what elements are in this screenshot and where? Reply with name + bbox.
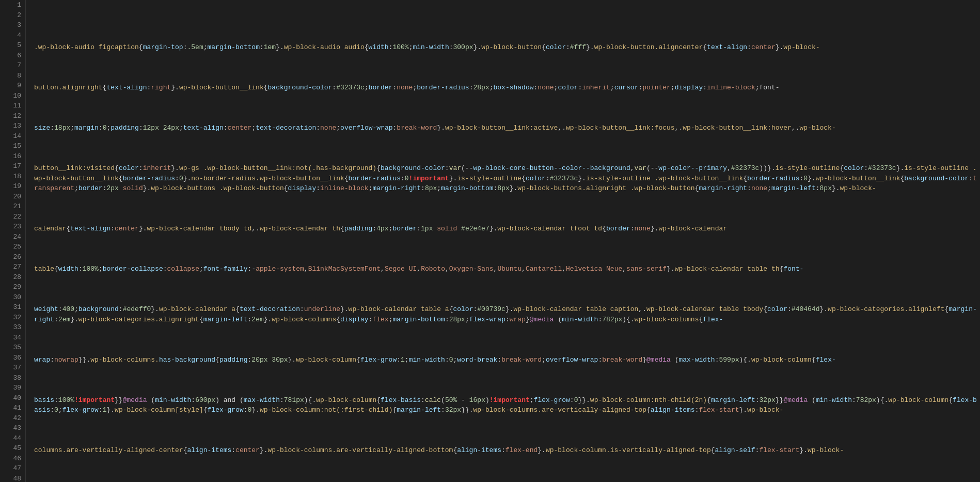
code-line-3: size:18px;margin:0;padding:12px 24px;tex… — [34, 123, 980, 133]
line-number-11: 11 — [6, 101, 21, 111]
line-number-17: 17 — [6, 161, 21, 172]
line-number-6: 6 — [6, 51, 21, 61]
code-line-10: columns.are-vertically-aligned-center{al… — [34, 445, 980, 456]
code-line-4: button__link:visited{color:inherit}.wp-g… — [34, 163, 980, 194]
line-number-37: 37 — [6, 363, 21, 373]
line-number-19: 19 — [6, 181, 21, 192]
line-numbers: 1 2 3 4 5 6 7 8 9 10 11 12 13 14 15 16 1… — [0, 0, 26, 482]
line-number-7: 7 — [6, 60, 21, 71]
line-number-16: 16 — [6, 151, 21, 162]
line-number-23: 23 — [6, 222, 21, 232]
line-number-45: 45 — [6, 443, 21, 454]
line-number-44: 44 — [6, 433, 21, 444]
line-number-4: 4 — [6, 30, 21, 41]
line-number-18: 18 — [6, 172, 21, 182]
code-line-8: wrap:nowrap}}.wp-block-columns.has-backg… — [34, 355, 980, 365]
line-number-46: 46 — [6, 454, 21, 464]
line-number-21: 21 — [6, 201, 21, 212]
code-line-6: table{width:100%;border-collapse:collaps… — [34, 264, 980, 274]
line-number-12: 12 — [6, 111, 21, 121]
line-number-39: 39 — [6, 383, 21, 393]
line-number-38: 38 — [6, 373, 21, 383]
line-number-22: 22 — [6, 212, 21, 222]
line-number-48: 48 — [6, 474, 21, 483]
line-number-42: 42 — [6, 413, 21, 424]
line-number-43: 43 — [6, 423, 21, 433]
line-number-1: 1 — [6, 0, 21, 10]
line-number-8: 8 — [6, 71, 21, 81]
code-content-wrapper: .wp-block-audio figcaption{margin-top:.5… — [34, 20, 980, 482]
editor-container: 1 2 3 4 5 6 7 8 9 10 11 12 13 14 15 16 1… — [0, 0, 980, 482]
code-line-9: basis:100%!important}}@media (min-width:… — [34, 395, 980, 415]
line-number-28: 28 — [6, 272, 21, 283]
line-number-30: 30 — [6, 292, 21, 303]
line-number-35: 35 — [6, 343, 21, 353]
line-number-31: 31 — [6, 302, 21, 313]
line-number-27: 27 — [6, 262, 21, 272]
line-number-20: 20 — [6, 192, 21, 202]
line-number-36: 36 — [6, 353, 21, 363]
line-number-10: 10 — [6, 91, 21, 101]
line-number-32: 32 — [6, 313, 21, 323]
code-editor[interactable]: .wp-block-audio figcaption{margin-top:.5… — [26, 0, 980, 482]
line-number-3: 3 — [6, 20, 21, 30]
line-number-14: 14 — [6, 131, 21, 142]
code-area: 1 2 3 4 5 6 7 8 9 10 11 12 13 14 15 16 1… — [0, 0, 980, 482]
line-number-41: 41 — [6, 403, 21, 413]
line-number-5: 5 — [6, 40, 21, 51]
code-line-7: weight:400;background:#edeff0}.wp-block-… — [34, 304, 980, 324]
line-number-34: 34 — [6, 333, 21, 343]
line-number-15: 15 — [6, 141, 21, 151]
line-number-47: 47 — [6, 463, 21, 474]
code-line-5: calendar{text-align:center}.wp-block-cal… — [34, 224, 980, 234]
line-number-24: 24 — [6, 232, 21, 242]
line-number-13: 13 — [6, 121, 21, 131]
line-number-29: 29 — [6, 282, 21, 292]
line-number-40: 40 — [6, 393, 21, 403]
line-number-26: 26 — [6, 252, 21, 262]
code-line-1: .wp-block-audio figcaption{margin-top:.5… — [34, 42, 980, 53]
selector-token: .wp-block-audio figcaption — [34, 43, 139, 51]
line-number-9: 9 — [6, 81, 21, 91]
line-number-2: 2 — [6, 10, 21, 21]
line-number-25: 25 — [6, 242, 21, 252]
code-line-2: button.alignright{text-align:right}.wp-b… — [34, 83, 980, 93]
line-number-33: 33 — [6, 322, 21, 333]
